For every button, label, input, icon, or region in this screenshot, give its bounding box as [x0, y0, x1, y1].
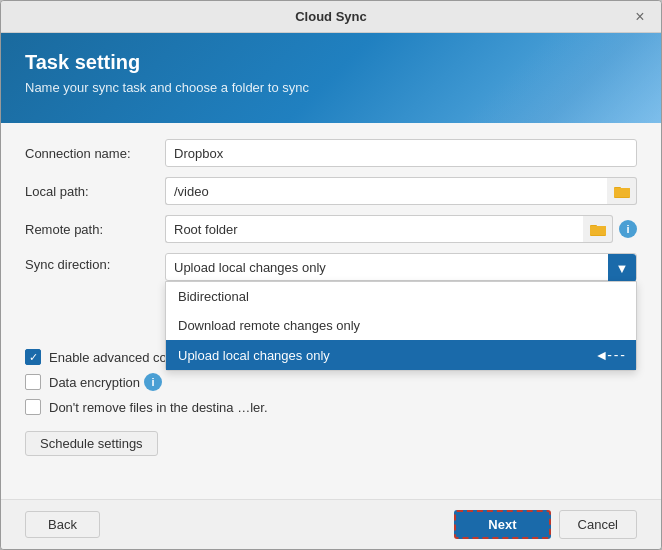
connection-name-label: Connection name: [25, 146, 165, 161]
local-path-label: Local path: [25, 184, 165, 199]
remote-path-input-group [165, 215, 613, 243]
cloud-sync-window: Cloud Sync × Task setting Name your sync… [0, 0, 662, 550]
checkbox-noremove[interactable] [25, 399, 41, 415]
footer-right-buttons: Next Cancel [454, 510, 637, 539]
remote-path-input[interactable] [165, 215, 583, 243]
form-area: Connection name: Local path: Remote path… [1, 123, 661, 499]
encryption-info-button[interactable]: i [144, 373, 162, 391]
close-button[interactable]: × [631, 8, 649, 26]
sync-direction-label: Sync direction: [25, 253, 165, 272]
connection-name-input[interactable] [165, 139, 637, 167]
sync-direction-value: Upload local changes only [174, 260, 326, 275]
title-bar: Cloud Sync × [1, 1, 661, 33]
header-banner: Task setting Name your sync task and cho… [1, 33, 661, 123]
checkbox-encryption[interactable] [25, 374, 41, 390]
window-title: Cloud Sync [31, 9, 631, 24]
selected-indicator: ◄- - - [594, 347, 624, 363]
connection-name-row: Connection name: [25, 139, 637, 167]
remote-path-info-button[interactable]: i [619, 220, 637, 238]
sync-direction-dropdown: Bidirectional Download remote changes on… [165, 281, 637, 371]
checkbox-noremove-row: Don't remove files in the destina …ler. [25, 399, 637, 415]
sync-direction-row: Sync direction: Upload local changes onl… [25, 253, 637, 281]
dropdown-option-download[interactable]: Download remote changes only [166, 311, 636, 340]
checkbox-noremove-label: Don't remove files in the destina …ler. [49, 400, 268, 415]
schedule-settings-button[interactable]: Schedule settings [25, 431, 158, 456]
sync-direction-select-wrapper: Upload local changes only ▼ Bidirectiona… [165, 253, 637, 281]
footer: Back Next Cancel [1, 499, 661, 549]
folder-icon [614, 184, 630, 198]
remote-path-label: Remote path: [25, 222, 165, 237]
svg-rect-2 [614, 188, 630, 197]
local-path-input[interactable] [165, 177, 607, 205]
dropdown-option-upload[interactable]: Upload local changes only ◄- - - [166, 340, 636, 370]
header-title: Task setting [25, 51, 637, 74]
cancel-button[interactable]: Cancel [559, 510, 637, 539]
sync-direction-select[interactable]: Upload local changes only ▼ [165, 253, 637, 281]
dropdown-option-bidirectional[interactable]: Bidirectional [166, 282, 636, 311]
header-subtitle: Name your sync task and choose a folder … [25, 80, 637, 95]
checkbox-encryption-row: Data encryption i [25, 373, 637, 391]
svg-rect-5 [590, 226, 606, 235]
back-button[interactable]: Back [25, 511, 100, 538]
checkbox-consistency[interactable] [25, 349, 41, 365]
local-path-input-group [165, 177, 637, 205]
local-path-row: Local path: [25, 177, 637, 205]
local-path-folder-button[interactable] [607, 177, 637, 205]
dropdown-arrow-icon: ▼ [608, 254, 636, 282]
remote-path-row: Remote path: i [25, 215, 637, 243]
folder-icon [590, 222, 606, 236]
next-button[interactable]: Next [454, 510, 550, 539]
remote-path-folder-button[interactable] [583, 215, 613, 243]
checkbox-encryption-label: Data encryption [49, 375, 140, 390]
